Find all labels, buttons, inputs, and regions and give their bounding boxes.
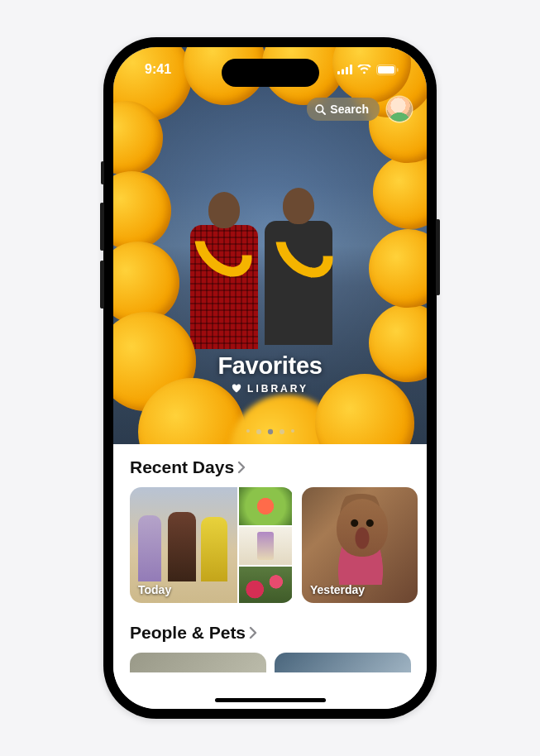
iphone-frame: 9:41	[103, 37, 437, 719]
chevron-right-icon	[249, 626, 257, 639]
day-card-label: Today	[138, 583, 171, 596]
page-dot	[291, 429, 294, 433]
hero-card[interactable]: Search Favorites LIBRARY	[113, 47, 427, 444]
status-indicators	[337, 65, 399, 75]
page-dot	[280, 429, 284, 434]
svg-rect-2	[346, 67, 348, 74]
svg-line-8	[323, 111, 325, 113]
hero-subtitle-row: LIBRARY	[232, 383, 308, 395]
power-button	[436, 219, 440, 295]
content-area: Recent Days Today Yesterday People & Pet…	[113, 444, 427, 709]
wifi-icon	[357, 65, 371, 74]
chevron-right-icon	[237, 461, 246, 474]
mute-switch	[101, 161, 104, 184]
search-button[interactable]: Search	[307, 98, 380, 121]
recent-days-scroller[interactable]: Today Yesterday	[113, 487, 427, 620]
day-card-label: Yesterday	[310, 583, 365, 596]
top-controls: Search	[307, 97, 412, 122]
recent-days-title: Recent Days	[130, 457, 234, 477]
page-dot-active	[267, 429, 272, 434]
svg-rect-1	[342, 69, 344, 75]
page-dot	[256, 429, 261, 434]
screen: 9:41	[113, 47, 427, 709]
volume-up-button	[100, 203, 104, 251]
people-pets-title: People & Pets	[130, 623, 246, 643]
search-icon	[315, 104, 326, 115]
svg-rect-3	[350, 65, 352, 74]
home-indicator[interactable]	[215, 698, 326, 702]
photo-thumbnail	[239, 487, 292, 525]
hero-person	[283, 188, 332, 345]
people-pets-header[interactable]: People & Pets	[113, 623, 427, 653]
heart-icon	[232, 384, 241, 393]
volume-down-button	[100, 261, 104, 309]
hero-subtitle: LIBRARY	[247, 383, 308, 395]
hero-text: Favorites LIBRARY	[113, 352, 427, 397]
svg-rect-6	[397, 68, 399, 72]
search-label: Search	[330, 103, 369, 116]
battery-icon	[376, 65, 399, 75]
recent-days-header[interactable]: Recent Days	[113, 457, 427, 487]
photo-thumbnail	[239, 567, 292, 603]
person-card[interactable]	[275, 653, 411, 672]
dynamic-island	[222, 59, 319, 87]
day-card-yesterday[interactable]: Yesterday	[302, 487, 418, 603]
status-time: 9:41	[145, 62, 171, 77]
hero-title: Favorites	[113, 352, 427, 380]
cellular-icon	[337, 65, 352, 74]
day-card-today[interactable]: Today	[130, 487, 294, 603]
page-dot	[246, 429, 250, 433]
hero-person	[208, 192, 258, 349]
svg-rect-5	[378, 66, 394, 74]
svg-rect-0	[337, 71, 340, 74]
photo-thumbnail	[239, 527, 292, 565]
profile-avatar[interactable]	[387, 97, 412, 122]
person-card[interactable]	[130, 653, 266, 672]
people-pets-scroller[interactable]	[113, 653, 427, 672]
page-indicator[interactable]	[113, 429, 427, 434]
